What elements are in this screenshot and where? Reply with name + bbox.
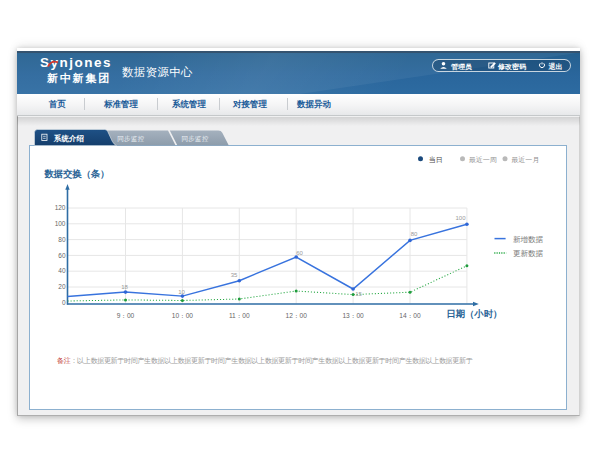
svg-text:最近一周: 最近一周 — [469, 156, 497, 163]
svg-text:新增数据: 新增数据 — [513, 235, 544, 244]
svg-text:120: 120 — [55, 204, 66, 211]
svg-text:12：00: 12：00 — [286, 312, 308, 319]
svg-text:最近一月: 最近一月 — [511, 156, 539, 164]
svg-text:同步监控: 同步监控 — [117, 135, 144, 143]
svg-text:0: 0 — [62, 299, 66, 306]
svg-text:18: 18 — [121, 284, 128, 290]
svg-text:100: 100 — [455, 215, 466, 221]
svg-text:60: 60 — [296, 250, 303, 256]
svg-text:9：00: 9：00 — [117, 312, 135, 319]
svg-text:10：00: 10：00 — [172, 312, 194, 319]
svg-text:更新数据: 更新数据 — [513, 249, 544, 258]
svg-text:100: 100 — [55, 220, 66, 227]
svg-text:14：00: 14：00 — [399, 312, 421, 319]
svg-text:15: 15 — [355, 291, 362, 297]
svg-text:13：00: 13：00 — [342, 312, 364, 319]
svg-text:40: 40 — [58, 267, 66, 274]
svg-text:10: 10 — [178, 289, 185, 295]
svg-text:60: 60 — [58, 252, 66, 259]
svg-text:同步监控: 同步监控 — [182, 135, 209, 143]
svg-text:80: 80 — [58, 236, 66, 243]
svg-text:数据交换（条）: 数据交换（条） — [44, 168, 110, 180]
svg-text:系统介绍: 系统介绍 — [53, 134, 84, 143]
svg-text:11：00: 11：00 — [229, 312, 250, 319]
svg-text:35: 35 — [231, 272, 238, 278]
svg-text:当日: 当日 — [429, 156, 443, 164]
svg-text:80: 80 — [411, 231, 418, 237]
svg-text:20: 20 — [58, 283, 66, 290]
svg-text:日期（小时）: 日期（小时） — [447, 308, 503, 320]
